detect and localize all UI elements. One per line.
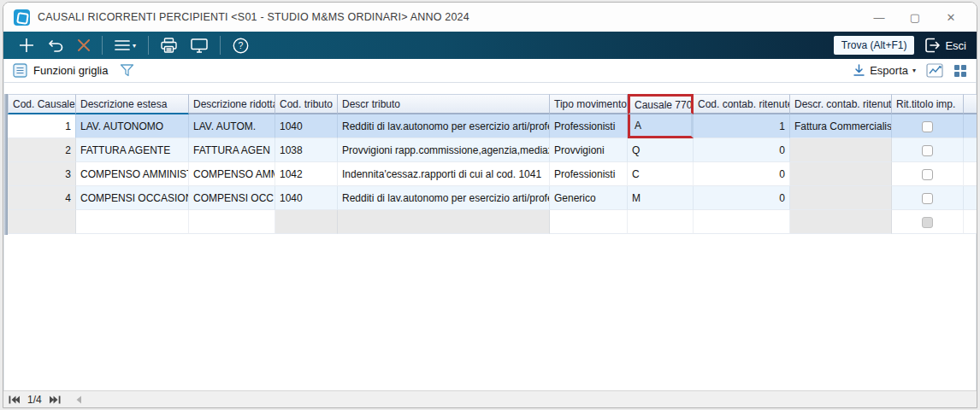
col-header-descr-contab-ritenute[interactable]: Descr. contab. ritenute — [790, 94, 892, 114]
menu-button[interactable]: ▾ — [108, 34, 143, 56]
esporta-button[interactable]: Esporta ▾ — [853, 64, 916, 77]
window-title: CAUSALI RICORRENTI PERCIPIENTI <S01 - ST… — [38, 11, 469, 23]
exit-icon — [924, 38, 940, 53]
col-header-rit-titolo-imp[interactable]: Rit.titolo imp. — [892, 94, 964, 114]
record-selector-strip — [4, 94, 8, 235]
grid-toolbar: Funzioni griglia Esporta ▾ — [3, 59, 977, 83]
table-row[interactable]: 4 COMPENSI OCCASIONALI COMPENSI OCC 1040… — [8, 186, 977, 210]
funzioni-griglia-label[interactable]: Funzioni griglia — [33, 64, 108, 77]
main-toolbar: ▾ ? Trova (Alt+F1) Esci — [3, 32, 977, 59]
rit-titolo-imp-checkbox — [922, 217, 933, 228]
col-header-descrizione-ridotta[interactable]: Descrizione ridotta — [189, 94, 275, 114]
col-header-descr-tributo[interactable]: Descr tributo — [338, 94, 550, 114]
esci-label: Esci — [945, 39, 966, 52]
undo-icon — [48, 38, 64, 52]
download-icon — [853, 64, 865, 77]
col-header-descrizione-estesa[interactable]: Descrizione estesa — [76, 94, 189, 114]
delete-icon — [78, 39, 90, 51]
rit-titolo-imp-checkbox[interactable] — [922, 193, 933, 204]
col-header-cod-contab-ritenute[interactable]: Cod. contab. ritenute — [694, 94, 790, 114]
col-header-causale-770[interactable]: Causale 770 — [628, 94, 694, 114]
col-header-tipo-movimento[interactable]: Tipo movimento — [550, 94, 628, 114]
print-button[interactable] — [154, 34, 184, 56]
minimize-button[interactable]: — — [872, 11, 886, 24]
table-row[interactable]: 1 LAV. AUTONOMO LAV. AUTOM. 1040 Redditi… — [8, 114, 977, 138]
chevron-down-icon: ▾ — [912, 67, 916, 74]
help-icon: ? — [233, 38, 249, 54]
table-row[interactable]: 2 FATTURA AGENTE FATTURA AGEN 1038 Provv… — [8, 138, 977, 162]
monitor-button[interactable] — [184, 34, 215, 56]
app-logo-icon — [14, 9, 30, 26]
trova-button[interactable]: Trova (Alt+F1) — [834, 36, 915, 55]
svg-text:?: ? — [239, 40, 244, 50]
col-header-filler — [964, 94, 977, 114]
chart-icon[interactable] — [926, 63, 943, 78]
data-grid: Cod. Causale Descrizione estesa Descrizi… — [8, 94, 977, 234]
delete-button[interactable] — [71, 34, 97, 56]
chevron-down-icon: ▾ — [133, 42, 136, 50]
add-icon — [19, 38, 34, 53]
title-bar: CAUSALI RICORRENTI PERCIPIENTI <S01 - ST… — [3, 3, 977, 32]
esporta-label: Esporta — [870, 64, 908, 77]
app-window: CAUSALI RICORRENTI PERCIPIENTI <S01 - ST… — [3, 2, 977, 408]
help-button[interactable]: ? — [226, 34, 256, 56]
undo-button[interactable] — [41, 34, 71, 56]
page-indicator: 1/4 — [27, 394, 42, 406]
print-icon — [161, 38, 177, 53]
last-record-icon[interactable] — [50, 395, 61, 404]
first-record-icon[interactable] — [9, 395, 20, 404]
rit-titolo-imp-checkbox[interactable] — [922, 145, 933, 156]
esci-button[interactable]: Esci — [924, 38, 966, 53]
rit-titolo-imp-checkbox[interactable] — [922, 169, 933, 180]
highlighted-cell-causale-770[interactable]: A — [628, 114, 694, 138]
table-row-empty[interactable] — [8, 210, 977, 234]
grid-area: Cod. Causale Descrizione estesa Descrizi… — [3, 83, 977, 390]
add-button[interactable] — [12, 34, 41, 56]
status-bar: 1/4 — [3, 390, 977, 407]
col-header-cod-causale[interactable]: Cod. Causale — [8, 94, 76, 114]
menu-icon — [115, 39, 130, 51]
close-button[interactable]: ✕ — [944, 11, 958, 24]
grid-view-icon[interactable] — [953, 64, 967, 78]
grid-functions-icon[interactable] — [13, 63, 27, 78]
rit-titolo-imp-checkbox[interactable] — [922, 121, 933, 132]
header-row: Cod. Causale Descrizione estesa Descrizi… — [8, 94, 977, 114]
monitor-icon — [191, 38, 208, 53]
scroll-left-icon[interactable] — [75, 395, 82, 404]
filter-icon[interactable] — [120, 63, 134, 78]
col-header-cod-tributo[interactable]: Cod. tributo — [275, 94, 338, 114]
maximize-button[interactable]: ▢ — [908, 11, 922, 24]
table-row[interactable]: 3 COMPENSO AMMINISTR. COMPENSO AMM 1042 … — [8, 162, 977, 186]
